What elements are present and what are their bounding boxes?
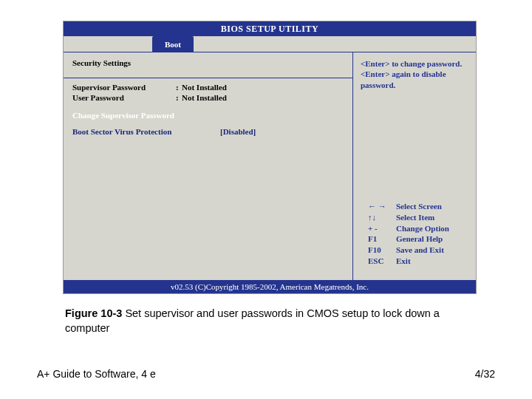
tab-boot-label: Boot	[165, 40, 181, 49]
figure-label: Figure 10-3	[65, 307, 122, 319]
bios-help-panel: <Enter> to change password. <Enter> agai…	[353, 52, 476, 280]
bios-title-bar: BIOS SETUP UTILITY	[64, 21, 476, 36]
bios-copyright: v02.53 (C)Copyright 1985-2002, American …	[64, 280, 476, 293]
bios-window: BIOS SETUP UTILITY Boot Security Setting…	[63, 21, 477, 294]
footer-page-number: 4/32	[475, 368, 495, 380]
key-select-screen: ← →Select Screen	[368, 201, 461, 212]
row-label: User Password	[72, 93, 176, 102]
key-exit: ESCExit	[368, 256, 461, 267]
key-change-option: + -Change Option	[368, 223, 461, 234]
help-text-1: <Enter> to change password.	[361, 58, 468, 69]
key-general-help: F1General Help	[368, 233, 461, 245]
bios-tabs: Boot	[64, 36, 476, 52]
divider	[64, 78, 352, 78]
key-select-item: ↑↓Select Item	[368, 212, 461, 223]
help-text-2: <Enter> again to disable password.	[361, 69, 468, 90]
row-change-supervisor-password[interactable]: Change Supervisor Password	[72, 111, 344, 120]
row-value: Not Installed	[182, 93, 227, 102]
figure-caption: Figure 10-3 Set supervisor and user pass…	[65, 307, 479, 335]
row-label: Supervisor Password	[72, 83, 176, 92]
bios-main-panel: Security Settings Supervisor Password : …	[64, 52, 353, 280]
row-value: Not Installed	[182, 83, 227, 92]
bios-title: BIOS SETUP UTILITY	[221, 24, 318, 35]
row-value: [Disabled]	[220, 127, 256, 136]
row-user-password[interactable]: User Password : Not Installed	[72, 93, 344, 102]
key-legend: ← →Select Screen ↑↓Select Item + -Change…	[361, 201, 468, 267]
row-label: Boot Sector Virus Protection	[72, 127, 220, 136]
row-supervisor-password[interactable]: Supervisor Password : Not Installed	[72, 83, 344, 92]
row-boot-sector-virus[interactable]: Boot Sector Virus Protection [Disabled]	[72, 127, 344, 136]
figure-text: Set supervisor and user passwords in CMO…	[65, 307, 440, 334]
footer-book-title: A+ Guide to Software, 4 e	[37, 368, 156, 380]
key-save-exit: F10Save and Exit	[368, 245, 461, 256]
section-heading: Security Settings	[72, 58, 344, 72]
tab-boot[interactable]: Boot	[152, 36, 194, 52]
